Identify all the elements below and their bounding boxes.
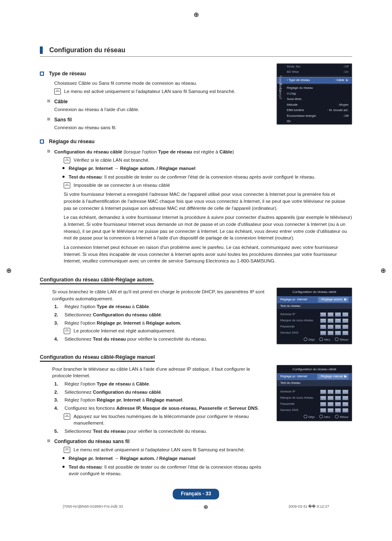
osd-row: BD Wise: On xyxy=(277,70,352,75)
cfgbox-reglage-row: Réglage pr. Internet: Réglage manuel ▶ xyxy=(277,373,352,380)
bullet-icon xyxy=(47,439,50,442)
cfgbox-footer: Dépl.Intro.Retour xyxy=(277,413,352,419)
cfgbox-field-cells xyxy=(320,402,348,406)
osd-row: V-Chip xyxy=(277,91,352,97)
ip-octet-cell xyxy=(335,318,341,323)
item-sansfil: Sans fil xyxy=(47,116,269,123)
section-heading-manuel: Configuration du réseau câblé-Réglage ma… xyxy=(40,353,155,362)
registration-mark-bottom: ⊕ xyxy=(203,503,208,511)
osd-row-label: ISI xyxy=(287,119,348,124)
osd-row-label: Sous-titres xyxy=(287,97,348,102)
cfgbox-footer-item: Intro. xyxy=(319,415,331,419)
cfgbox-footer-item: Retour xyxy=(335,337,348,342)
note-text: Impossible de se connecter à un réseau c… xyxy=(74,182,170,189)
note-adapter: Le menu est activé uniquement si l'adapt… xyxy=(54,88,269,95)
cfgbox-field-cells xyxy=(320,331,348,335)
bullet-reglage-internet: Réglage pr. Internet → Réglage autom. / … xyxy=(62,165,352,172)
step-number: 3. xyxy=(54,397,60,404)
cfgbox-field-row: Passerelle xyxy=(277,324,352,330)
ip-octet-cell xyxy=(342,408,348,413)
cfgbox-field-cells xyxy=(320,318,348,323)
paragraph-block: Si votre fournisseur Internet a enregist… xyxy=(64,191,352,265)
print-footer-right: 2009-03-31 �� 8:12:27 xyxy=(288,504,329,509)
osd-row: Effet lumière: M. écoute act. xyxy=(277,108,352,114)
ip-octet-cell xyxy=(327,318,334,323)
cfgbox-field-row: Masque de sous-réseau xyxy=(277,318,352,324)
cfgbox-footer: Dépl.Intro.Retour xyxy=(277,336,352,342)
osd-row: › Type de réseau: Câble▶ xyxy=(277,77,352,84)
ip-octet-cell xyxy=(342,325,348,329)
manuel-intro: Pour brancher le téléviseur au câble LAN… xyxy=(52,366,269,379)
section-heading-autom: Configuration du réseau câblé-Réglage au… xyxy=(40,276,154,284)
ip-octet-cell xyxy=(320,325,326,329)
osd-row: Sous-titres xyxy=(277,97,352,102)
cfgbox-field-label: Masque de sous-réseau xyxy=(280,318,313,323)
cfgbox-field-row: Serveur DNS xyxy=(277,407,352,413)
subheading-text: Type de réseau xyxy=(49,70,86,77)
ip-octet-cell xyxy=(342,331,348,335)
item-cable-desc: Connexion au réseau à l'aide d'un câble. xyxy=(54,106,269,113)
note-text: Le menu est activé uniquement si l'adapt… xyxy=(74,446,245,453)
osd-row-label: BD Wise xyxy=(287,70,343,74)
step-number: 3. xyxy=(54,320,60,327)
subheading-text: Réglage du réseau xyxy=(49,138,95,145)
step-text: Configurez les fonctions Adresse IP, Mas… xyxy=(65,405,269,412)
osd-row-value: : Moyen xyxy=(337,103,348,107)
dot-icon xyxy=(62,457,65,459)
paragraph: Le cas échéant, demandez à votre fournis… xyxy=(64,214,352,241)
bullet-sansfil-test: Test du réseau: Il est possible de teste… xyxy=(62,464,269,477)
ip-octet-cell xyxy=(342,318,348,323)
note-remote-numeric: Appuyez sur les touches numériques de la… xyxy=(64,413,269,427)
ip-octet-cell xyxy=(335,325,341,329)
ip-octet-cell xyxy=(342,402,348,406)
cfgbox-field-label: Serveur DNS xyxy=(280,408,298,413)
cfgbox-field-row: Serveur DNS xyxy=(277,330,352,336)
step-number: 2. xyxy=(54,311,60,318)
note-text: Vérifiez si le câble LAN est branché. xyxy=(74,157,150,164)
cfgbox-reglage-label: Réglage pr. Internet xyxy=(280,374,307,379)
osd-row-label: Mélodie xyxy=(287,103,337,107)
cfgbox-reglage-label: Réglage pr. Internet xyxy=(280,297,307,302)
cfgbox-title: Configuration du réseau câblé xyxy=(277,365,352,374)
item-config-cable: Configuration du réseau câblé (lorsque l… xyxy=(47,149,352,156)
cfgbox-footer-item: Intro. xyxy=(319,337,331,342)
cfgbox-footer-item: Dépl. xyxy=(304,337,315,342)
osd-row-value: : Off xyxy=(343,65,348,69)
ip-octet-cell xyxy=(320,402,326,406)
cfgbox-field-cells xyxy=(320,325,348,329)
note-verify-lan: Vérifiez si le câble LAN est branché. xyxy=(64,157,352,164)
step-number: 1. xyxy=(54,381,60,388)
step-text: Sélectionnez Configuration du réseau câb… xyxy=(65,389,269,396)
bullet-text: Test du réseau: Il est possible de teste… xyxy=(69,464,269,477)
ip-octet-cell xyxy=(335,331,341,335)
note-sansfil-adapter: Le menu est activé uniquement si l'adapt… xyxy=(64,446,269,453)
note-icon xyxy=(64,157,70,163)
ip-octet-cell xyxy=(342,396,348,400)
bullet-text: Réglage pr. Internet → Réglage autom. / … xyxy=(69,455,196,462)
subheading-type-reseau: Type de réseau xyxy=(40,70,269,77)
manuel-steps-cont: 5. Sélectionnez Test du réseau pour véri… xyxy=(54,428,269,435)
ip-octet-cell xyxy=(327,312,334,317)
step-number: 4. xyxy=(54,405,60,412)
osd-row: Mélodie: Moyen xyxy=(277,102,352,108)
cfgbox-reglage-value: : Réglage manuel ▶ xyxy=(317,374,348,379)
cfgbox-footer-item: Dépl. xyxy=(304,415,315,419)
cfgbox-footer-item: Retour xyxy=(335,415,348,419)
ip-octet-cell xyxy=(342,390,348,394)
note-text: Le menu est activé uniquement si l'adapt… xyxy=(64,88,235,95)
page-content: Configuration du réseau Type de réseau C… xyxy=(40,0,352,518)
ip-octet-cell xyxy=(327,390,334,394)
note-icon xyxy=(64,182,70,188)
arrow-right-icon: ▶ xyxy=(344,297,347,302)
osd-row-value: : On xyxy=(343,70,348,74)
autom-steps-cont: 4. Sélectionnez Test du réseau pour véri… xyxy=(54,336,269,343)
step-number: 2. xyxy=(54,389,60,396)
cfgbox-field-label: Adresse IP xyxy=(280,312,295,317)
osd-row: ISI xyxy=(277,119,352,125)
ip-octet-cell xyxy=(320,396,326,400)
ip-octet-cell xyxy=(320,318,326,323)
paragraph: Si votre fournisseur Internet a enregist… xyxy=(64,191,352,211)
cfgbox-field-label: Masque de sous-réseau xyxy=(280,396,313,400)
dot-icon xyxy=(62,466,65,468)
print-footer: [7000-NA]BN68-01988H-Fre.indb 33 ⊕ 2009-… xyxy=(40,503,352,511)
